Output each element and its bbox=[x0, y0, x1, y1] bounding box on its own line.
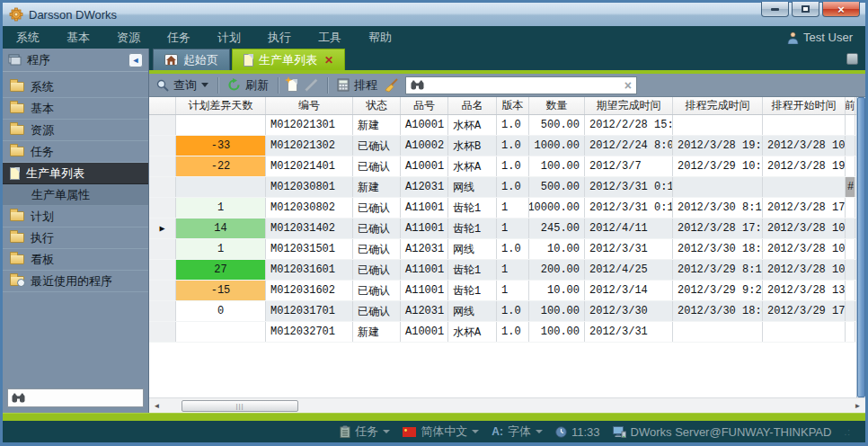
sidebar-item-7[interactable]: 执行 bbox=[3, 227, 148, 249]
column-header-item_no[interactable]: 品号 bbox=[401, 97, 448, 114]
cell-expected_finish: 2012/4/25 bbox=[585, 260, 673, 280]
column-header-extra[interactable]: 前 bbox=[846, 97, 855, 114]
row-selector-cell[interactable] bbox=[149, 177, 176, 197]
row-selector-cell[interactable] bbox=[149, 198, 176, 218]
sidebar-item-6[interactable]: 计划 bbox=[3, 206, 148, 227]
pencil-icon[interactable] bbox=[304, 78, 318, 93]
tab-close-icon[interactable]: ✕ bbox=[324, 54, 333, 67]
scroll-right-icon[interactable]: ► bbox=[850, 398, 865, 414]
sidebar-item-4[interactable]: 生产单列表 bbox=[3, 163, 148, 184]
toolbar-search-input[interactable] bbox=[429, 78, 620, 93]
sidebar-item-0[interactable]: 系统 bbox=[3, 76, 148, 98]
folder-icon bbox=[10, 82, 24, 92]
menu-tools[interactable]: 工具 bbox=[305, 26, 355, 49]
cell-expected_finish: 2012/3/14 bbox=[585, 281, 673, 300]
cell-diff: 14 bbox=[176, 219, 266, 238]
row-selector-cell[interactable] bbox=[149, 322, 176, 342]
table-row[interactable]: 1M012031501已确认A12031网线1.010.002012/3/312… bbox=[149, 239, 856, 260]
sidebar-item-9[interactable]: 最近使用的程序 bbox=[3, 271, 148, 292]
row-selector-cell[interactable] bbox=[149, 156, 176, 176]
column-header-sched_finish[interactable]: 排程完成时间 bbox=[673, 97, 763, 114]
row-selector-cell[interactable] bbox=[149, 281, 176, 300]
statusbar-language[interactable]: 简体中文 bbox=[403, 424, 479, 440]
table-row[interactable]: 0M012031701已确认A12031网线1.0100.002012/3/30… bbox=[149, 301, 856, 322]
menu-task[interactable]: 任务 bbox=[154, 26, 204, 49]
cell-extra bbox=[846, 281, 855, 300]
sidebar-item-5[interactable]: 生产单属性 bbox=[3, 184, 148, 206]
row-selector-cell[interactable]: ▶ bbox=[149, 219, 176, 238]
column-header-id[interactable]: 编号 bbox=[266, 97, 353, 114]
column-header-item_name[interactable]: 品名 bbox=[448, 97, 497, 114]
column-header-expected_finish[interactable]: 期望完成时间 bbox=[585, 97, 673, 114]
chevron-down-icon bbox=[383, 430, 390, 433]
table-row[interactable]: ▶14M012031402已确认A11001齿轮11245.002012/4/1… bbox=[149, 219, 856, 239]
cell-sched_finish bbox=[673, 177, 763, 197]
sidebar-item-1[interactable]: 基本 bbox=[3, 98, 148, 120]
tab-home[interactable]: 起始页 bbox=[153, 49, 230, 70]
query-dropdown-icon[interactable] bbox=[201, 83, 208, 87]
sidebar-collapse-button[interactable]: ◄ bbox=[128, 53, 143, 67]
sidebar-item-label: 任务 bbox=[31, 144, 54, 160]
row-selector-cell[interactable] bbox=[149, 260, 176, 280]
cell-expected_finish: 2012/2/28 15:00 bbox=[585, 115, 673, 135]
menu-plan[interactable]: 计划 bbox=[204, 26, 254, 49]
row-selector-cell[interactable] bbox=[149, 115, 176, 135]
table-row[interactable]: -22M012021401已确认A10001水杯A1.0100.002012/3… bbox=[149, 156, 856, 177]
row-selector-cell[interactable] bbox=[149, 301, 176, 321]
column-header-sched_start[interactable]: 排程开始时间 bbox=[763, 97, 846, 114]
home-icon bbox=[164, 54, 178, 66]
menu-system[interactable]: 系统 bbox=[3, 26, 53, 49]
restore-button[interactable] bbox=[792, 2, 819, 17]
cell-version: 1.0 bbox=[497, 156, 529, 176]
vertical-scrollbar[interactable] bbox=[856, 97, 865, 397]
table-row[interactable]: M012032701新建A10001水杯A1.0100.002012/3/31 bbox=[149, 322, 856, 343]
menu-help[interactable]: 帮助 bbox=[355, 26, 405, 49]
column-header-status[interactable]: 状态 bbox=[353, 97, 401, 114]
folder-icon bbox=[10, 103, 24, 113]
new-document-icon[interactable] bbox=[288, 79, 297, 92]
close-button[interactable]: × bbox=[822, 2, 860, 17]
column-header-diff[interactable]: 计划差异天数 bbox=[176, 97, 266, 114]
menubar: 系统 基本 资源 任务 计划 执行 工具 帮助 Test User bbox=[3, 26, 865, 49]
table-row[interactable]: -15M012031602已确认A11001齿轮1110.002012/3/14… bbox=[149, 281, 856, 301]
table-row[interactable]: 1M012030802已确认A11001齿轮1110000.002012/3/3… bbox=[149, 198, 856, 219]
sidebar-item-2[interactable]: 资源 bbox=[3, 120, 148, 141]
row-selector-cell[interactable] bbox=[149, 136, 176, 156]
toolbar-search-clear-icon[interactable]: × bbox=[624, 80, 632, 91]
row-selector-cell[interactable] bbox=[149, 239, 176, 259]
pin-icon[interactable] bbox=[846, 53, 858, 65]
sidebar-item-8[interactable]: 看板 bbox=[3, 249, 148, 271]
folder-icon bbox=[10, 125, 24, 135]
flag-cn-icon bbox=[403, 427, 416, 437]
minimize-button[interactable] bbox=[761, 2, 789, 17]
broom-icon[interactable] bbox=[384, 78, 399, 93]
table-row[interactable]: M012021301新建A10001水杯A1.0500.002012/2/28 … bbox=[149, 115, 856, 136]
schedule-button[interactable]: 排程 bbox=[337, 77, 377, 94]
scroll-left-icon[interactable]: ◄ bbox=[149, 398, 164, 414]
statusbar-font[interactable]: A: 字体 bbox=[492, 424, 543, 440]
column-header-version[interactable]: 版本 bbox=[497, 97, 529, 114]
cell-item_name: 网线 bbox=[448, 239, 497, 259]
tab-production-order-list[interactable]: 生产单列表 ✕ bbox=[232, 49, 345, 70]
table-row[interactable]: 27M012031601已确认A11001齿轮11200.002012/4/25… bbox=[149, 260, 856, 281]
sidebar-item-3[interactable]: 任务 bbox=[3, 141, 148, 163]
cell-id: M012030801 bbox=[266, 177, 353, 197]
column-header-marker[interactable] bbox=[149, 97, 176, 114]
horizontal-scrollbar-thumb[interactable]: ||| bbox=[182, 400, 298, 412]
statusbar-task[interactable]: 任务 bbox=[340, 424, 390, 440]
cell-status: 已确认 bbox=[353, 136, 401, 156]
resize-grip-icon[interactable]: .: bbox=[844, 427, 851, 437]
cell-id: M012032701 bbox=[266, 322, 353, 342]
menu-execute[interactable]: 执行 bbox=[254, 26, 305, 49]
vertical-scrollbar-thumb[interactable] bbox=[857, 97, 865, 397]
user-menu[interactable]: Test User bbox=[787, 31, 853, 44]
table-row[interactable]: M012030801新建A12031网线1.0500.002012/3/31 0… bbox=[149, 177, 856, 198]
table-row[interactable]: -33M012021302已确认A10002水杯B1.01000.002012/… bbox=[149, 136, 856, 156]
toolbar-search: × bbox=[405, 76, 637, 94]
menu-resource[interactable]: 资源 bbox=[103, 26, 154, 49]
refresh-button[interactable]: 刷新 bbox=[227, 77, 269, 94]
column-header-qty[interactable]: 数量 bbox=[529, 97, 585, 114]
horizontal-scrollbar[interactable]: ◄ ► ||| bbox=[149, 397, 865, 413]
menu-basic[interactable]: 基本 bbox=[53, 26, 103, 49]
query-button[interactable]: 查询 bbox=[156, 77, 208, 94]
